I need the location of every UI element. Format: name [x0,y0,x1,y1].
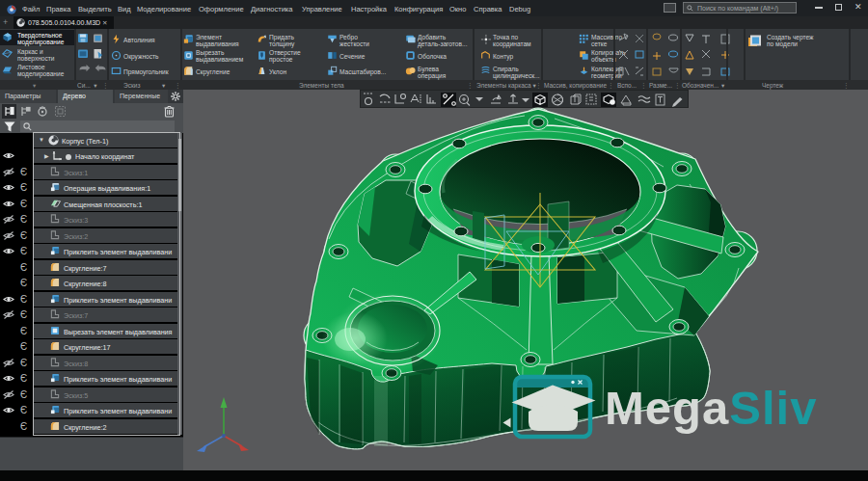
svg-text:MegaSliv: MegaSliv [605,382,817,434]
